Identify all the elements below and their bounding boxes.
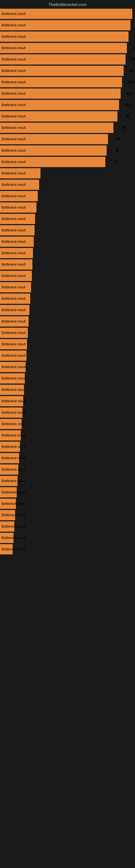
bar-row: Bottleneck result [0, 213, 135, 225]
bar-label: Bottleneck result [2, 525, 26, 528]
bar-fill: Bottleneck result [0, 362, 26, 372]
bar-fill: Bottleneck result [0, 282, 31, 292]
bar-wrapper: Bottleneck result52.2 [0, 77, 135, 87]
bar-fill: Bottleneck result51 [0, 123, 114, 133]
page-header: TheBottlenecker.com [0, 0, 135, 8]
bar-value: 52.7 [127, 92, 133, 95]
bar-fill: Bottleneck result [0, 510, 15, 520]
bar-wrapper: Bottleneck result50 [0, 157, 135, 167]
bar-fill: Bottleneck result [0, 464, 18, 475]
bar-row: Bottleneck result [0, 350, 135, 361]
bar-row: Bottleneck result [0, 464, 135, 475]
bar-fill: Bottleneck result52.8 [0, 43, 127, 53]
bar-value: 52.3 [125, 103, 131, 107]
bar-label: Bottleneck result [2, 46, 26, 50]
bar-label: Bottleneck result [2, 433, 26, 437]
bar-wrapper: Bottleneck result52.7 [0, 88, 135, 99]
bar-fill: Bottleneck result52.3 [0, 100, 119, 110]
bar-row: Bottleneck result [0, 225, 135, 236]
bar-fill: Bottleneck result [0, 453, 19, 463]
bar-wrapper: Bottleneck result53.6 [0, 20, 135, 30]
bar-wrapper: Bottleneck result53.9 [0, 9, 135, 19]
bar-row: Bottleneck result [0, 498, 135, 509]
bar-row: Bottleneck result [0, 384, 135, 396]
bar-label: Bottleneck result [2, 365, 26, 369]
bar-fill: Bottleneck result [0, 350, 27, 361]
bar-row: Bottleneck result [0, 407, 135, 418]
bar-wrapper: Bottleneck result [0, 544, 135, 554]
bars-list: Bottleneck result53.9Bottleneck result53… [0, 8, 135, 555]
bar-value: 51 [122, 126, 126, 130]
bar-row: Bottleneck result [0, 521, 135, 532]
bar-fill: Bottleneck result [0, 430, 21, 440]
bar-row: Bottleneck result53.9 [0, 8, 135, 20]
bar-row: Bottleneck result52.7 [0, 88, 135, 99]
bar-wrapper: Bottleneck result [0, 248, 135, 258]
bar-wrapper: Bottleneck result53.2 [0, 31, 135, 42]
bar-row: Bottleneck result [0, 509, 135, 521]
bar-row: Bottleneck result52.3 [0, 65, 135, 76]
bar-label: Bottleneck result [2, 308, 26, 312]
bar-wrapper: Bottleneck result [0, 419, 135, 429]
bar-wrapper: Bottleneck result [0, 430, 135, 440]
bar-fill: Bottleneck result53.6 [0, 20, 130, 30]
bar-wrapper: Bottleneck result [0, 339, 135, 349]
bar-label: Bottleneck result [2, 422, 26, 426]
bar-fill: Bottleneck result [0, 237, 34, 247]
bar-wrapper: Bottleneck result [0, 350, 135, 361]
bar-fill: Bottleneck result52.7 [0, 88, 121, 99]
bar-fill: Bottleneck result52 [0, 111, 118, 122]
bar-row: Bottleneck result [0, 259, 135, 270]
bar-row: Bottleneck result [0, 441, 135, 453]
bar-label: Bottleneck result [2, 411, 26, 414]
bar-label: Bottleneck result [2, 35, 26, 38]
bar-row: Bottleneck result [0, 418, 135, 430]
bar-fill: Bottleneck result [0, 328, 28, 338]
bar-wrapper: Bottleneck result52.9 [0, 54, 135, 65]
bar-label: Bottleneck result [2, 262, 26, 267]
bar-wrapper: Bottleneck result [0, 442, 135, 452]
bar-fill: Bottleneck result50 [0, 157, 105, 167]
bar-row: Bottleneck result [0, 430, 135, 441]
bar-wrapper: Bottleneck result [0, 533, 135, 543]
bar-row: Bottleneck result [0, 304, 135, 316]
bar-label: Bottleneck result [2, 274, 26, 278]
bar-fill: Bottleneck result [0, 293, 30, 304]
bar-fill: Bottleneck result [0, 259, 32, 270]
bar-row: Bottleneck result52.8 [0, 42, 135, 54]
bar-label: Bottleneck result [2, 536, 26, 540]
bar-wrapper: Bottleneck result [0, 510, 135, 520]
bar-label: Bottleneck result [2, 240, 26, 244]
bar-label: Bottleneck result [2, 69, 26, 73]
bar-wrapper: Bottleneck result [0, 237, 135, 247]
bar-fill: Bottleneck result [0, 214, 35, 224]
bar-fill: Bottleneck result [0, 499, 16, 509]
bar-wrapper: Bottleneck result [0, 453, 135, 463]
bar-fill: Bottleneck result52.2 [0, 77, 122, 87]
bar-row: Bottleneck result [0, 453, 135, 464]
bar-wrapper: Bottleneck result [0, 293, 135, 304]
bar-label: Bottleneck result [2, 12, 26, 16]
bar-row: Bottleneck result [0, 167, 135, 179]
bar-fill: Bottleneck result [0, 544, 13, 554]
bar-row: Bottleneck result [0, 487, 135, 498]
bar-fill: Bottleneck result [0, 316, 29, 327]
bar-wrapper: Bottleneck result [0, 305, 135, 315]
bar-row: Bottleneck result [0, 282, 135, 293]
bar-fill: Bottleneck result [0, 442, 20, 452]
bar-label: Bottleneck result [2, 399, 26, 403]
bar-wrapper: Bottleneck result [0, 271, 135, 281]
bar-row: Bottleneck result52 [0, 111, 135, 122]
bar-label: Bottleneck result [2, 183, 26, 187]
bar-wrapper: Bottleneck result [0, 464, 135, 475]
bar-value: 50 [115, 149, 119, 152]
bar-wrapper: Bottleneck result [0, 316, 135, 327]
bar-fill: Bottleneck result [0, 419, 21, 429]
bar-fill: Bottleneck result [0, 396, 23, 406]
bar-label: Bottleneck result [2, 194, 26, 198]
bar-fill: Bottleneck result50 [0, 145, 107, 156]
bar-row: Bottleneck result [0, 190, 135, 202]
bar-row: Bottleneck result [0, 532, 135, 544]
bar-label: Bottleneck result [2, 285, 26, 289]
bar-row: Bottleneck result51 [0, 122, 135, 133]
